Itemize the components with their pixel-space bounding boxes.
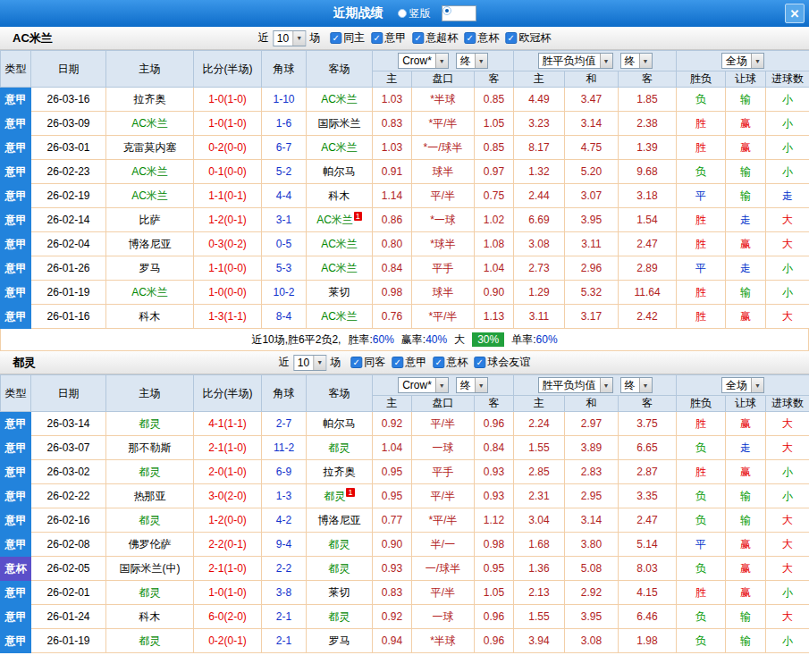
result-cell: 负	[677, 508, 726, 533]
score-cell: 1-1(0-1)	[194, 184, 262, 208]
match-count-select[interactable]: 10 ▼	[293, 355, 326, 371]
corners-cell: 4-4	[262, 184, 307, 208]
summary-bar: 近10场,胜6平2负2, 胜率:60% 赢率:40% 大 30% 单率:60%	[0, 329, 809, 351]
euro-away-odds-cell: 8.03	[619, 557, 677, 581]
corners-cell: 2-2	[262, 557, 307, 581]
corners-cell: 1-10	[262, 88, 307, 112]
filter-checkboxes: ✓同主✓意甲✓意超杯✓意杯✓欧冠杯	[324, 30, 551, 46]
filter-checkbox[interactable]: ✓意杯	[433, 355, 468, 370]
asia-final-select[interactable]: 终 ▼	[456, 53, 488, 69]
corners-cell: 9-4	[262, 533, 307, 557]
goals-result-cell: 大	[766, 508, 809, 533]
subcol-euro-draw: 和	[565, 396, 619, 412]
competition-type-cell: 意甲	[1, 160, 31, 184]
goals-result-cell: 大	[766, 412, 809, 436]
asia-home-odds-cell: 1.04	[373, 436, 412, 460]
bookmaker-select[interactable]: Crow* ▼	[398, 377, 449, 393]
filter-checkbox[interactable]: ✓意超杯	[412, 30, 458, 46]
filter-checkbox[interactable]: ✓同主	[330, 30, 365, 46]
competition-type-cell: 意甲	[1, 184, 31, 208]
checkbox-checked-icon[interactable]: ✓	[474, 357, 485, 368]
goals-result-cell: 小	[766, 484, 809, 508]
euro-away-odds-cell: 5.14	[619, 533, 677, 557]
fulltime-group-header: 全场 ▼	[677, 51, 809, 71]
euro-draw-odds-cell: 3.89	[565, 436, 619, 460]
radio-label-vertical: 竖版	[409, 6, 431, 21]
col-header-date: 日期	[31, 375, 106, 412]
checkbox-checked-icon[interactable]: ✓	[330, 32, 341, 44]
asia-home-odds-cell: 0.77	[373, 508, 412, 533]
home-team-cell: 国际米兰(中)	[106, 557, 194, 581]
away-team-cell: AC米兰	[307, 232, 373, 256]
goals-result-cell: 小	[766, 112, 809, 136]
score-cell: 1-0(1-0)	[194, 88, 262, 112]
euro-home-odds-cell: 2.73	[514, 256, 565, 281]
chevron-down-icon: ▼	[292, 31, 305, 46]
close-button[interactable]: ✕	[785, 4, 805, 23]
date-cell: 26-02-05	[31, 557, 106, 581]
home-team-cell: 科木	[106, 605, 194, 629]
checkbox-checked-icon[interactable]: ✓	[505, 32, 517, 44]
result-cell: 胜	[677, 581, 726, 605]
date-cell: 26-01-24	[31, 605, 106, 629]
match-row: 意杯26-02-05国际米兰(中)2-1(1-0)2-2都灵0.93一/球半0.…	[1, 557, 809, 581]
euro-company-select[interactable]: 胜平负均值 ▼	[538, 377, 613, 393]
scope-select[interactable]: 全场 ▼	[721, 377, 764, 393]
filter-checkbox[interactable]: ✓球会友谊	[474, 355, 530, 370]
odd-rate-label: 单率:	[511, 333, 535, 346]
scope-select[interactable]: 全场 ▼	[721, 53, 764, 69]
away-team-cell: AC米兰1	[307, 208, 373, 232]
goals-result-cell: 小	[766, 160, 809, 184]
home-team-cell: AC米兰	[106, 160, 194, 184]
goals-result-cell: 大	[766, 533, 809, 557]
filter-checkbox[interactable]: ✓意甲	[392, 355, 426, 370]
checkbox-checked-icon[interactable]: ✓	[464, 32, 476, 44]
match-count-value: 10	[294, 356, 313, 370]
chevron-down-icon: ▼	[639, 378, 652, 392]
euro-draw-odds-cell: 2.97	[565, 412, 619, 436]
match-count-select[interactable]: 10 ▼	[273, 30, 306, 46]
euro-away-odds-cell: 1.54	[619, 208, 677, 232]
euro-final-select[interactable]: 终 ▼	[620, 53, 653, 69]
euro-draw-odds-cell: 2.96	[565, 256, 619, 281]
filter-checkbox[interactable]: ✓同客	[350, 355, 385, 370]
euro-final-select[interactable]: 终 ▼	[620, 377, 653, 393]
score-cell: 2-2(0-1)	[194, 533, 262, 557]
filter-checkbox[interactable]: ✓意甲	[371, 30, 406, 46]
score-cell: 2-1(1-0)	[194, 557, 262, 581]
euro-draw-odds-cell: 4.75	[565, 136, 619, 160]
subcol-euro-home: 主	[514, 396, 565, 412]
asia-away-odds-cell: 1.02	[475, 208, 514, 232]
red-card-badge: 1	[346, 488, 354, 497]
handicap-cell: 半/一	[412, 533, 475, 557]
handicap-cell: 平/半	[412, 184, 475, 208]
competition-type-cell: 意甲	[1, 232, 31, 256]
summary-big-label: 大	[454, 332, 465, 348]
competition-type-cell: 意甲	[1, 629, 31, 653]
euro-away-odds-cell: 6.65	[619, 436, 677, 460]
bookmaker-select[interactable]: Crow* ▼	[398, 53, 449, 69]
goals-result-cell: 走	[766, 184, 809, 208]
euro-away-odds-cell: 1.98	[619, 629, 677, 653]
checkbox-checked-icon[interactable]: ✓	[371, 32, 383, 44]
euro-company-select[interactable]: 胜平负均值 ▼	[538, 53, 613, 69]
euro-away-odds-cell: 1.39	[619, 136, 677, 160]
score-cell: 3-0(2-0)	[194, 484, 262, 508]
away-team-cell: 帕尔马	[307, 412, 373, 436]
asia-final-select[interactable]: 终 ▼	[456, 377, 488, 393]
filter-checkboxes: ✓同客✓意甲✓意杯✓球会友谊	[344, 355, 530, 370]
checkbox-checked-icon[interactable]: ✓	[433, 357, 444, 368]
away-team-cell: 博洛尼亚	[307, 508, 373, 533]
checkbox-checked-icon[interactable]: ✓	[392, 357, 403, 368]
filter-checkbox[interactable]: ✓欧冠杯	[505, 30, 551, 46]
filter-checkbox[interactable]: ✓意杯	[464, 30, 499, 46]
result-cell: 负	[677, 484, 726, 508]
layout-radio-horizontal[interactable]: 横版	[442, 5, 476, 21]
checkbox-checked-icon[interactable]: ✓	[412, 32, 424, 44]
checkbox-checked-icon[interactable]: ✓	[350, 357, 362, 368]
layout-radio-vertical[interactable]: 竖版	[398, 6, 431, 21]
home-team-cell: 克雷莫内塞	[106, 136, 194, 160]
asia-home-odds-cell: 0.92	[373, 605, 412, 629]
euro-away-odds-cell: 2.47	[619, 232, 677, 256]
result-cell: 胜	[677, 112, 726, 136]
